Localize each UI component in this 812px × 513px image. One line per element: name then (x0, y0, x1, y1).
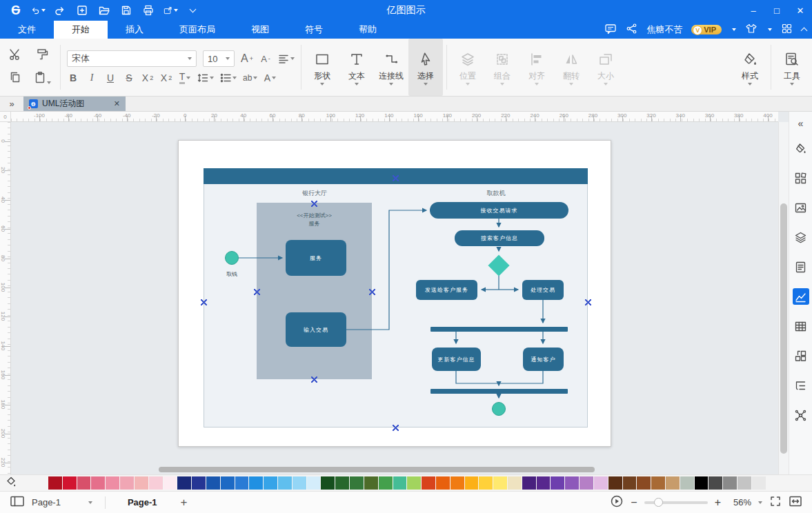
lane-title-atm[interactable]: 取款机 (487, 189, 506, 198)
selection-handle[interactable] (254, 289, 260, 295)
symbol-library-icon[interactable] (793, 170, 809, 186)
vip-badge[interactable]: VVIP (691, 25, 722, 34)
color-swatch[interactable] (221, 476, 235, 490)
color-swatch[interactable] (450, 476, 464, 490)
node-input-transaction[interactable]: 输入交易 (286, 312, 346, 347)
color-swatch[interactable] (192, 476, 206, 490)
layers-panel-icon[interactable] (793, 229, 809, 245)
fill-style-icon[interactable] (793, 140, 809, 157)
export-dropdown-icon[interactable] (174, 9, 178, 12)
color-swatch[interactable] (666, 476, 680, 490)
color-swatch[interactable] (623, 476, 637, 490)
collapse-ribbon-icon[interactable] (802, 25, 806, 35)
zoom-slider[interactable] (644, 501, 708, 504)
color-swatch[interactable] (522, 476, 536, 490)
color-swatch[interactable] (680, 476, 694, 490)
color-swatch[interactable] (709, 476, 722, 490)
color-swatch[interactable] (293, 476, 306, 490)
color-swatch[interactable] (752, 476, 766, 490)
color-swatch[interactable] (77, 476, 91, 490)
superscript-button[interactable]: X2 (141, 72, 154, 83)
menu-tab-help[interactable]: 帮助 (341, 21, 395, 39)
color-swatch[interactable] (63, 476, 77, 490)
chart-panel-icon[interactable] (793, 288, 809, 305)
undo-dropdown-icon[interactable] (41, 9, 46, 12)
selection-handle[interactable] (311, 376, 317, 383)
color-swatch[interactable] (120, 476, 134, 490)
tool-button[interactable]: 工具 (775, 39, 809, 96)
undo-button[interactable] (30, 3, 46, 18)
color-swatch[interactable] (364, 476, 378, 490)
color-swatch[interactable] (580, 476, 593, 490)
apps-grid-icon[interactable] (781, 23, 793, 37)
zoom-dropdown-icon[interactable] (758, 501, 762, 504)
image-panel-icon[interactable] (793, 199, 809, 216)
maximize-button[interactable]: □ (765, 0, 789, 21)
vertical-scrollbar-thumb[interactable] (780, 203, 787, 454)
bold-button[interactable]: B (67, 72, 79, 83)
color-swatch[interactable] (48, 476, 62, 490)
selection-handle[interactable] (201, 299, 207, 305)
page-selector[interactable]: Page-1 (32, 497, 92, 507)
drawing-page[interactable]: 银行大厅 取款机 <<开始测试>> 服务 取钱 服务 输入交易 接收交易请求 搜… (178, 140, 611, 447)
table-panel-icon[interactable] (793, 318, 809, 334)
horizontal-scrollbar-thumb[interactable] (159, 467, 595, 472)
grow-font-button[interactable]: A+ (241, 52, 253, 65)
character-spacing-button[interactable]: ab (243, 73, 257, 83)
selection-handle[interactable] (393, 425, 399, 431)
color-swatch[interactable] (321, 476, 335, 490)
menu-tab-view[interactable]: 视图 (233, 21, 287, 39)
color-swatch[interactable] (608, 476, 622, 490)
save-button[interactable] (119, 3, 134, 18)
connection-panel-icon[interactable] (793, 407, 809, 423)
text-color-button[interactable]: T (179, 71, 191, 84)
color-swatch[interactable] (149, 476, 163, 490)
color-swatch[interactable] (723, 476, 737, 490)
node-process-transaction[interactable]: 处理交易 (522, 280, 564, 300)
shrink-font-button[interactable]: A- (259, 54, 272, 64)
color-swatch[interactable] (135, 476, 148, 490)
font-size-select[interactable]: 10 (203, 50, 235, 67)
minimize-button[interactable]: – (742, 0, 765, 21)
theme-shirt-icon[interactable] (745, 23, 757, 37)
menu-tab-file[interactable]: 文件 (0, 21, 54, 39)
customize-toolbar-button[interactable] (185, 3, 200, 18)
zoom-value[interactable]: 56% (728, 497, 751, 507)
add-page-button[interactable]: + (174, 496, 195, 510)
outline-panel-icon[interactable] (793, 377, 809, 394)
node-update-customer[interactable]: 更新客户信息 (432, 348, 481, 371)
lane-title-bank-hall[interactable]: 银行大厅 (302, 189, 327, 198)
color-swatch[interactable] (436, 476, 450, 490)
subscript-button[interactable]: X2 (160, 72, 172, 83)
start-node[interactable] (225, 251, 239, 265)
collapse-panel-icon[interactable]: « (793, 115, 809, 132)
color-swatch[interactable] (537, 476, 551, 490)
account-dropdown-icon[interactable] (732, 28, 736, 31)
node-send-to-service[interactable]: 发送给客户服务 (416, 280, 477, 300)
strikethrough-button[interactable]: S (123, 72, 135, 83)
color-swatch[interactable] (379, 476, 393, 490)
color-swatch[interactable] (551, 476, 564, 490)
color-swatch[interactable] (479, 476, 493, 490)
italic-button[interactable]: I (86, 72, 98, 83)
join-bar[interactable] (430, 389, 568, 394)
font-name-select[interactable]: 宋体 (67, 50, 197, 67)
color-swatch[interactable] (350, 476, 364, 490)
selection-handle[interactable] (311, 201, 317, 207)
color-swatch[interactable] (565, 476, 579, 490)
vertical-scrollbar[interactable] (778, 122, 789, 474)
color-swatch[interactable] (91, 476, 105, 490)
text-tool-button[interactable]: 文本 (339, 39, 374, 96)
style-button[interactable]: 样式 (733, 39, 767, 96)
bullet-list-button[interactable] (220, 73, 237, 83)
color-swatch[interactable] (335, 476, 349, 490)
zoom-slider-thumb[interactable] (654, 498, 663, 507)
color-swatch[interactable] (264, 476, 277, 490)
presentation-play-icon[interactable] (610, 494, 624, 510)
node-receive-request[interactable]: 接收交易请求 (430, 202, 568, 219)
color-swatch[interactable] (407, 476, 421, 490)
color-swatch[interactable] (651, 476, 665, 490)
app-logo-icon[interactable]: Ə (8, 3, 23, 18)
color-drop-icon[interactable] (6, 476, 17, 490)
color-swatch[interactable] (422, 476, 435, 490)
